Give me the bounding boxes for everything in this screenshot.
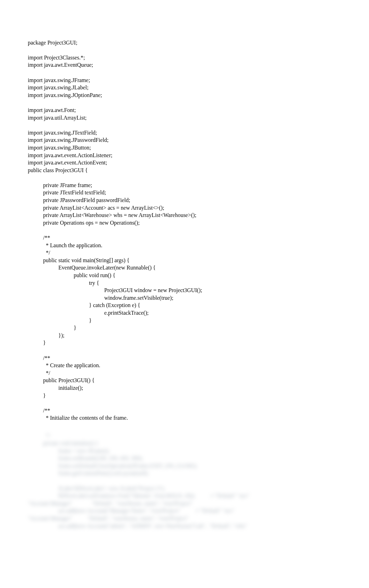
blurred-code-region: */ private void initialize() { frame = n… xyxy=(28,432,341,530)
code-document: package Project3GUI; import Project3Clas… xyxy=(0,0,369,551)
code-listing: package Project3GUI; import Project3Clas… xyxy=(28,39,341,422)
